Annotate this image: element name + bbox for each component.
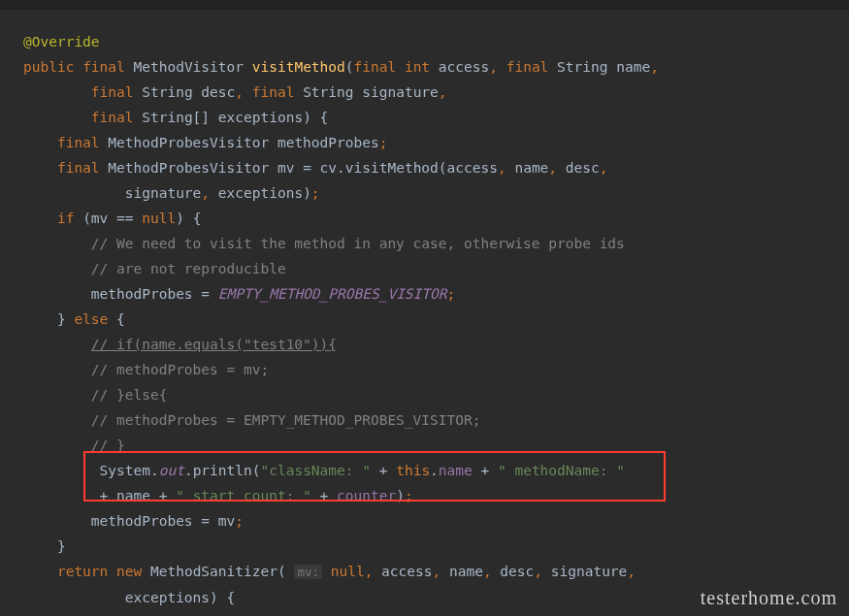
constant-empty-visitor: EMPTY_METHOD_PROBES_VISITOR <box>218 286 447 302</box>
watermark: testerhome.com <box>701 585 837 610</box>
code-line: // } <box>23 433 849 458</box>
code-line: return new MethodSanitizer( mv: null, ac… <box>23 559 849 585</box>
string-literal: " methodName: " <box>498 463 625 478</box>
code-line: final MethodProbesVisitor methodProbes; <box>23 130 849 155</box>
code-line: methodProbes = mv; <box>23 508 849 534</box>
comment: // are not reproducible <box>91 261 286 276</box>
annotation-override: @Override <box>23 34 100 49</box>
code-line: } else { <box>23 307 849 332</box>
code-line: methodProbes = EMPTY_METHOD_PROBES_VISIT… <box>23 281 849 307</box>
comment: // methodProbes = EMPTY_METHOD_PROBES_VI… <box>91 412 481 428</box>
code-line: final String desc, final String signatur… <box>23 80 849 105</box>
comment: // We need to visit the method in any ca… <box>91 236 625 251</box>
code-line: // methodProbes = mv; <box>23 357 849 382</box>
code-line: // if(name.equals("test10")){ <box>23 332 849 357</box>
code-line: if (mv == null) { <box>23 206 849 231</box>
code-line: // are not reproducible <box>23 256 849 281</box>
code-editor[interactable]: @Override public final MethodVisitor vis… <box>0 10 849 616</box>
string-literal: "className: " <box>260 463 371 478</box>
comment: // }else{ <box>91 387 168 403</box>
code-line: // methodProbes = EMPTY_METHOD_PROBES_VI… <box>23 407 849 433</box>
method-decl-visitMethod: visitMethod <box>252 59 345 75</box>
code-line: public final MethodVisitor visitMethod(f… <box>23 54 849 80</box>
field-out: out <box>159 463 184 478</box>
code-line: // We need to visit the method in any ca… <box>23 231 849 256</box>
code-line: @Override <box>23 29 849 54</box>
code-line: + name + " start count: " + counter); <box>23 483 849 508</box>
code-line: // }else{ <box>23 382 849 407</box>
code-line: final MethodProbesVisitor mv = cv.visitM… <box>23 155 849 180</box>
code-line: signature, exceptions); <box>23 180 849 206</box>
code-line: } <box>23 534 849 559</box>
string-literal: " start count: " <box>176 488 311 503</box>
comment: // methodProbes = mv; <box>91 362 269 377</box>
code-line: final String[] exceptions) { <box>23 105 849 130</box>
window-chrome <box>0 0 849 10</box>
comment: // if(name.equals("test10")){ <box>91 337 337 352</box>
field-counter: counter <box>337 488 396 503</box>
comment: // } <box>91 438 125 453</box>
code-line: System.out.println("className: " + this.… <box>23 458 849 483</box>
parameter-hint: mv: <box>294 565 322 579</box>
